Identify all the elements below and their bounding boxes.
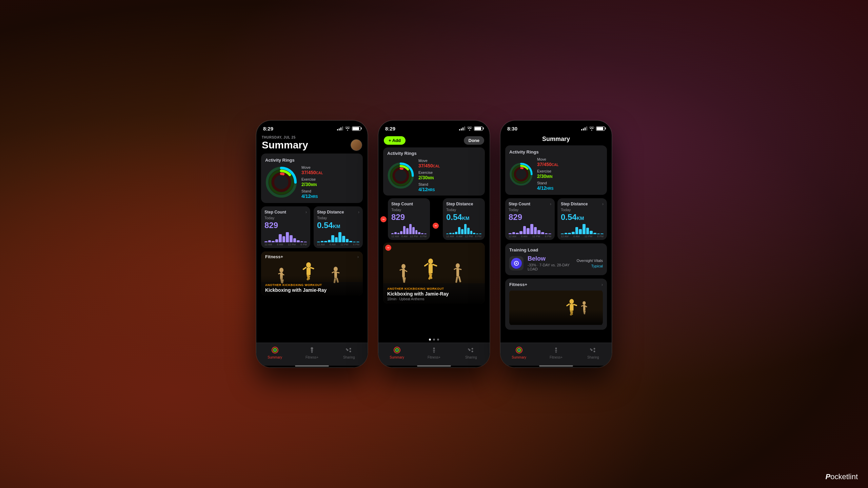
step-distance-value-2: 0.54KM — [446, 212, 481, 222]
step-count-chart-3 — [509, 224, 551, 234]
rings-svg-1 — [265, 166, 297, 198]
fitness-plus-card-1[interactable]: Fitness+ › ANOTHER KICKBOXING WORKOUT Ki… — [261, 251, 363, 296]
move-value-3: 37/450CAL — [537, 162, 558, 167]
stand-stat-1: Stand 4/12HRS — [301, 189, 323, 199]
svg-point-35 — [346, 348, 347, 350]
tab-fitness-label-2: Fitness+ — [428, 355, 440, 359]
done-button[interactable]: Done — [464, 136, 485, 145]
step-distance-chart-1 — [317, 232, 359, 242]
battery-icon-2 — [474, 126, 483, 131]
fitness-plus-row-3: Fitness+ › — [509, 282, 603, 287]
fitness-tab-icon-3 — [552, 346, 560, 354]
home-bar-3 — [539, 365, 573, 367]
workout-tag-1: ANOTHER KICKBOXING WORKOUT — [265, 283, 359, 287]
move-stat-1: Move 37/450CAL — [301, 165, 323, 175]
tab-sharing-2[interactable]: Sharing — [453, 346, 490, 359]
step-count-chart-labels-1: 12 AM 6 AM 12 PM 6 PM — [264, 243, 307, 246]
fitness-plus-card-3[interactable]: Fitness+ › — [505, 279, 607, 330]
svg-point-67 — [433, 348, 435, 349]
step-count-today-3: Today — [509, 208, 551, 212]
remove-fitness-btn[interactable]: − — [385, 245, 391, 251]
step-distance-title-3: Step Distance — [561, 202, 588, 206]
step-distance-card-1[interactable]: Step Distance › Today 0.54KM — [314, 206, 363, 248]
svg-point-71 — [468, 348, 469, 350]
fitness-tab-icon-2 — [430, 346, 438, 354]
watermark-p: P — [826, 472, 831, 481]
svg-point-76 — [515, 168, 527, 180]
step-distance-chart-2 — [446, 224, 481, 234]
phone2-content: + Add Done Activity Rings — [378, 134, 490, 367]
activity-rings-content-1: Move 37/450CAL Exercise 2/30MIN — [265, 165, 359, 199]
exercise-stat-1: Exercise 2/30MIN — [301, 177, 323, 187]
step-distance-card-3[interactable]: Step Distance › Today 0.54KM — [557, 198, 607, 240]
wifi-icon — [345, 126, 350, 130]
fitness-card-2[interactable]: ANOTHER KICKBOXING WORKOUT Kickboxing wi… — [383, 243, 485, 304]
summary-tab-icon-1 — [271, 346, 279, 354]
step-distance-card-2[interactable]: Step Distance Today 0.54KM — [443, 198, 485, 240]
typical-badge: Typical — [591, 264, 603, 268]
exercise-label-1: Exercise — [301, 177, 323, 181]
fitness-tab-icon-1 — [308, 346, 316, 354]
tab-fitness-1[interactable]: Fitness+ — [293, 346, 330, 359]
step-count-card-2[interactable]: Step Count Today 829 — [388, 198, 430, 240]
exercise-stat-3: Exercise 2/30MIN — [537, 169, 558, 179]
stand-value-2: 4/12HRS — [418, 187, 440, 192]
tab-bar-3: Summary Fitness+ — [500, 343, 612, 366]
step-cards-row-2: − Step Count Today 829 — [383, 198, 485, 240]
training-detail: -33% · 7-DAY vs. 28-DAY LOAD — [528, 263, 573, 271]
fitness-dancers-svg-3 — [509, 289, 603, 326]
tab-summary-2[interactable]: Summary — [378, 346, 415, 359]
home-indicator-3 — [500, 366, 612, 367]
remove-step-count-btn[interactable]: − — [380, 216, 387, 222]
workout-title-1: Kickboxing with Jamie-Ray — [265, 287, 359, 293]
fitness-section-2: − — [383, 243, 485, 334]
avatar-1[interactable] — [351, 139, 362, 151]
sharing-tab-icon-1 — [344, 346, 353, 354]
svg-point-42 — [400, 165, 402, 167]
svg-point-100 — [594, 348, 595, 350]
exercise-value-1: 2/30MIN — [301, 182, 323, 187]
add-button[interactable]: + Add — [384, 136, 406, 145]
tab-summary-1[interactable]: Summary — [256, 346, 293, 359]
tab-fitness-2[interactable]: Fitness+ — [415, 346, 452, 359]
training-icon — [509, 256, 524, 270]
training-icon-inner — [511, 258, 522, 269]
svg-point-21 — [334, 267, 338, 271]
activity-rings-card-3: Activity Rings — [505, 145, 607, 195]
stand-value-1: 4/12HRS — [301, 194, 323, 199]
tab-summary-3[interactable]: Summary — [500, 346, 537, 359]
remove-step-dist-btn[interactable]: − — [433, 223, 439, 229]
fitness-title-1: Fitness+ — [265, 254, 283, 259]
activity-rings-content-2: Move 37/450CAL Exercise 2/30MIN — [387, 159, 481, 192]
battery-icon-3 — [596, 126, 605, 131]
step-count-chart-labels-2: 12 AM 6 AM 12 PM 6 PM — [391, 235, 427, 238]
summary-tab-icon-3 — [515, 346, 524, 354]
step-count-header-1: Step Count › — [264, 210, 307, 215]
phone-2: 8:29 + Add Done Acti — [378, 120, 490, 368]
step-count-card-3[interactable]: Step Count › Today 829 — [505, 198, 555, 240]
home-bar-2 — [417, 365, 451, 367]
activity-rings-title-1: Activity Rings — [265, 158, 359, 163]
step-distance-title-2: Step Distance — [446, 202, 473, 206]
tab-summary-label-2: Summary — [390, 355, 404, 359]
step-distance-chart-3 — [561, 224, 604, 234]
workout-sub-2: 10min · Upbeat Anthems — [387, 297, 481, 301]
tab-sharing-3[interactable]: Sharing — [575, 346, 612, 359]
step-distance-chevron: › — [358, 210, 359, 215]
tab-fitness-label-1: Fitness+ — [305, 355, 318, 359]
svg-point-31 — [311, 348, 313, 349]
exercise-value-2: 2/30MIN — [418, 175, 440, 180]
svg-point-97 — [518, 349, 520, 351]
tab-sharing-1[interactable]: Sharing — [331, 346, 368, 359]
svg-point-66 — [396, 349, 398, 351]
step-count-card-1[interactable]: Step Count › Today 829 — [261, 206, 310, 248]
scroll-content-2: Activity Rings — [378, 147, 490, 343]
activity-rings-title-3: Activity Rings — [509, 149, 603, 155]
fitness-bottom-2: ANOTHER KICKBOXING WORKOUT Kickboxing wi… — [387, 287, 481, 301]
tab-fitness-3[interactable]: Fitness+ — [537, 346, 574, 359]
stand-value-3: 4/12HRS — [537, 185, 558, 191]
status-icons-1 — [337, 126, 361, 131]
stand-label-3: Stand — [537, 181, 558, 185]
exercise-stat-2: Exercise 2/30MIN — [418, 170, 440, 180]
svg-point-69 — [472, 348, 473, 350]
